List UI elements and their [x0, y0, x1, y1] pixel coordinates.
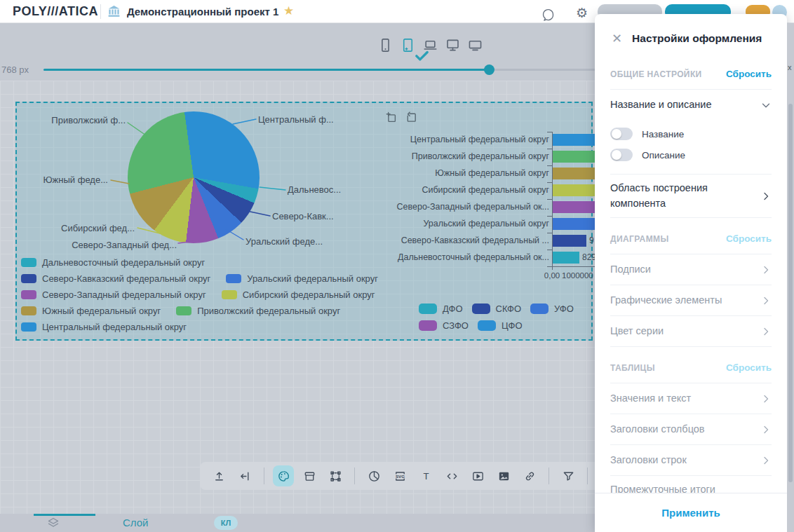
width-slider-handle[interactable]	[484, 64, 494, 75]
bar-legend: ДФОСКФОУФОСЗФОЦФО	[419, 303, 603, 331]
code-icon[interactable]	[441, 465, 462, 486]
bar-row: Сибирский федеральный округ	[387, 182, 595, 199]
tv-icon[interactable]	[467, 37, 483, 53]
legend-item[interactable]: СКФО	[472, 303, 522, 314]
panel-row-nav[interactable]: Графические элементы	[610, 285, 772, 316]
appearance-settings-panel: ✕ Настройки оформления ОБЩИЕ НАСТРОЙКИСб…	[595, 14, 787, 532]
legend-item[interactable]: Дальневосточный федеральный округ	[21, 257, 205, 268]
pie-callout-label: Сибирский фед...	[42, 223, 135, 233]
tablet-icon[interactable]	[400, 37, 416, 53]
legend-label: СКФО	[496, 303, 522, 314]
legend-item[interactable]: СЗФО	[419, 320, 469, 331]
panel-section-header: ОБЩИЕ НАСТРОЙКИСбросить	[610, 53, 772, 90]
section-title: ДИАГРАММЫ	[610, 234, 669, 244]
legend-item[interactable]: Северо-Западный федеральный округ	[21, 289, 206, 300]
panel-row-nav[interactable]: Заголовки столбцов	[610, 414, 772, 445]
legend-item[interactable]: Приволжский федеральный округ	[176, 306, 340, 316]
legend-item[interactable]: ДФО	[419, 303, 463, 314]
gear-icon[interactable]: ⚙	[576, 5, 588, 21]
archive-icon[interactable]	[299, 465, 320, 486]
toggle-switch[interactable]	[610, 128, 633, 140]
legend-item[interactable]: УФО	[530, 303, 574, 314]
legend-item[interactable]: ЦФО	[478, 320, 523, 331]
device-selector	[377, 37, 483, 53]
legend-item[interactable]: Северо-Кавказский федеральный округ	[21, 273, 210, 284]
legend-label: Центральный федеральный округ	[42, 322, 187, 332]
polymatica-logo: POLY///ATICA	[13, 4, 98, 19]
axis-tick	[547, 199, 552, 200]
reset-button[interactable]: Сбросить	[726, 69, 772, 79]
project-title[interactable]: Демонстрационный проект 1	[127, 6, 278, 18]
bar[interactable]	[553, 252, 579, 264]
legend-item[interactable]: Центральный федеральный округ	[21, 322, 187, 332]
collapse-left-icon[interactable]	[234, 465, 255, 486]
link-icon[interactable]	[519, 465, 540, 486]
laptop-icon[interactable]	[422, 37, 438, 53]
panel-row-nav[interactable]: Заголовки строк	[610, 445, 772, 476]
legend-swatch	[530, 303, 549, 314]
legend-swatch	[478, 320, 496, 331]
bar-category-label: Дальневосточный федеральный ок...	[387, 252, 549, 262]
legend-swatch	[419, 320, 437, 331]
close-icon[interactable]: ✕	[612, 32, 622, 45]
pie-chart[interactable]	[128, 111, 260, 243]
legend-label: Уральский федеральный округ	[247, 273, 378, 284]
pie-legend: Дальневосточный федеральный округСеверо-…	[21, 257, 378, 332]
layers-icon[interactable]	[46, 516, 60, 530]
width-slider-fill	[43, 69, 489, 71]
video-icon[interactable]	[467, 465, 488, 486]
bar-category-label: Северо-Западный федеральный ок...	[387, 202, 549, 212]
legend-swatch	[226, 274, 241, 283]
pie-callout-label: Дальневос...	[288, 184, 341, 195]
legend-label: УФО	[554, 303, 574, 314]
app-screen: POLY///ATICA Демонстрационный проект 1 ★…	[0, 0, 794, 532]
bar-category-label: Приволжский федеральный округ	[387, 151, 549, 161]
reset-button[interactable]: Сбросить	[726, 233, 772, 244]
copy-plus-icon[interactable]	[384, 111, 398, 127]
pie-callout-label: Приволжский ф...	[20, 115, 126, 125]
panel-section-header: ТАБЛИЦЫСбросить	[610, 347, 772, 383]
component-toolbar: SVGT	[200, 462, 603, 490]
panel-toggle-row: Описание	[610, 144, 772, 165]
legend-item[interactable]: Южный федеральный округ	[21, 306, 161, 316]
layer-badge[interactable]: КЛ	[214, 516, 238, 530]
legend-label: ДФО	[443, 303, 463, 314]
bar-chart[interactable]: Центральный федеральный округПриволжский…	[387, 132, 595, 282]
legend-item[interactable]: Сибирский федеральный округ	[222, 289, 375, 300]
panel-row-nav[interactable]: Цвет серии	[610, 316, 772, 347]
layer-tab-label[interactable]: Слой	[123, 517, 148, 528]
bar[interactable]	[553, 235, 586, 247]
transform-icon[interactable]	[325, 465, 346, 486]
axis-tick	[547, 132, 552, 132]
x-tick-label: 1000000	[562, 271, 593, 280]
panel-row-nav[interactable]: Подписи	[610, 254, 772, 285]
reset-button[interactable]: Сбросить	[726, 362, 772, 373]
svg-icon[interactable]: SVG	[389, 465, 410, 486]
panel-row-nav[interactable]: Область построения компонента	[610, 175, 772, 218]
pie-chart-icon[interactable]	[363, 465, 384, 486]
upload-icon[interactable]	[208, 465, 229, 486]
apply-button[interactable]: Применить	[661, 507, 720, 519]
star-icon[interactable]: ★	[283, 4, 294, 18]
scrollbar-thumb[interactable]	[788, 104, 793, 482]
toggle-switch[interactable]	[610, 149, 633, 161]
panel-row-nav[interactable]: Значения и текст	[610, 383, 772, 414]
filter-icon[interactable]	[558, 465, 579, 486]
undo-square-icon[interactable]	[405, 111, 418, 127]
phone-icon[interactable]	[377, 37, 393, 53]
image-icon[interactable]	[493, 465, 514, 486]
panel-row-expandable[interactable]: Название и описание	[610, 90, 772, 121]
legend-label: Дальневосточный федеральный округ	[42, 257, 205, 268]
palette-icon[interactable]	[273, 465, 294, 486]
svg-text:SVG: SVG	[395, 473, 404, 478]
axis-tick	[547, 266, 552, 267]
text-icon[interactable]: T	[415, 465, 436, 486]
monitor-icon[interactable]	[445, 37, 461, 53]
axis-tick	[547, 165, 552, 166]
bar-row: Северо-Западный федеральный ок...	[387, 199, 595, 216]
legend-item[interactable]: Уральский федеральный округ	[226, 273, 378, 284]
axis-tick	[547, 149, 552, 149]
vertical-scrollbar[interactable]: x	[787, 23, 794, 532]
chat-icon[interactable]	[541, 8, 556, 22]
legend-label: ЦФО	[502, 320, 523, 331]
